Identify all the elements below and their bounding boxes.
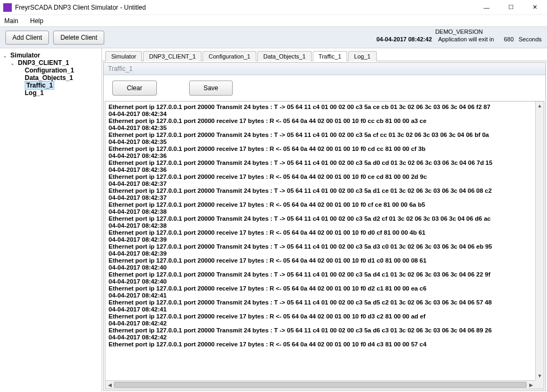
log-line: 04-04-2017 08:42:37 <box>109 180 532 187</box>
log-line: Ethernet port ip 127.0.0.1 port 20000 re… <box>109 229 532 236</box>
log-line: Ethernet port ip 127.0.0.1 port 20000 re… <box>109 313 532 320</box>
log-line: Ethernet port ip 127.0.0.1 port 20000 re… <box>109 285 532 292</box>
traffic-pane: Traffic_1 Clear Save Ethernet port ip 12… <box>103 62 546 391</box>
horizontal-scrollbar[interactable]: ◀ ▶ <box>105 380 535 389</box>
status-exit-prefix: Application will exit in <box>438 36 494 42</box>
log-line: 04-04-2017 08:42:40 <box>109 278 532 285</box>
log-text: Ethernet port ip 127.0.0.1 port 20000 Tr… <box>105 101 535 380</box>
tree-data-objects[interactable]: Data_Objects_1 <box>2 74 99 82</box>
scroll-up-icon[interactable]: ▲ <box>536 101 544 110</box>
log-line: 04-04-2017 08:42:34 <box>109 111 532 118</box>
tab-configuration[interactable]: Configuration_1 <box>203 51 256 61</box>
tree-log[interactable]: Log_1 <box>2 89 99 97</box>
log-line: Ethernet port ip 127.0.0.1 port 20000 Tr… <box>109 187 532 194</box>
tab-client[interactable]: DNP3_CLIENT_1 <box>143 51 201 61</box>
close-button[interactable]: ✕ <box>523 0 547 15</box>
log-line: Ethernet port ip 127.0.0.1 port 20000 Tr… <box>109 271 532 278</box>
tree-client[interactable]: ⌄ DNP3_CLIENT_1 <box>2 59 99 67</box>
menubar: Main Help <box>0 15 547 27</box>
status-datetime: 04-04-2017 08:42:42 <box>376 36 431 42</box>
menu-help[interactable]: Help <box>28 16 46 26</box>
chevron-down-icon[interactable]: ⌄ <box>2 53 8 59</box>
log-line: Ethernet port ip 127.0.0.1 port 20000 Tr… <box>109 104 532 111</box>
chevron-down-icon[interactable]: ⌄ <box>10 60 15 66</box>
log-line: 04-04-2017 08:42:41 <box>109 292 532 299</box>
tab-traffic[interactable]: Traffic_1 <box>313 51 347 61</box>
log-line: Ethernet port ip 127.0.0.1 port 20000 Tr… <box>109 327 532 334</box>
titlebar: FreyrSCADA DNP3 Client Simulator - Untit… <box>0 0 547 15</box>
log-line: Ethernet port ip 127.0.0.1 port 20000 Tr… <box>109 215 532 222</box>
vertical-scrollbar[interactable]: ▲ ▼ <box>535 101 544 380</box>
tab-log[interactable]: Log_1 <box>348 51 377 61</box>
log-line: 04-04-2017 08:42:35 <box>109 125 532 132</box>
log-line: Ethernet port ip 127.0.0.1 port 20000 re… <box>109 118 532 125</box>
top-toolbar: Add Client Delete Client DEMO_VERSION 04… <box>0 27 547 48</box>
log-line: 04-04-2017 08:42:42 <box>109 320 532 327</box>
pane-toolbar: Clear Save <box>104 75 545 101</box>
log-line: 04-04-2017 08:42:42 <box>109 334 532 341</box>
log-line: 04-04-2017 08:42:35 <box>109 139 532 146</box>
tree-panel: ⌄ Simulator ⌄ DNP3_CLIENT_1 Configuratio… <box>0 48 102 392</box>
log-line: Ethernet port ip 127.0.0.1 port 20000 re… <box>109 146 532 153</box>
tree-configuration[interactable]: Configuration_1 <box>2 67 99 74</box>
tree-simulator[interactable]: ⌄ Simulator <box>2 52 99 59</box>
log-line: Ethernet port ip 127.0.0.1 port 20000 re… <box>109 341 532 348</box>
tab-data-objects[interactable]: Data_Objects_1 <box>257 51 312 61</box>
log-line: 04-04-2017 08:42:39 <box>109 250 532 257</box>
log-line: Ethernet port ip 127.0.0.1 port 20000 re… <box>109 257 532 264</box>
scroll-right-icon[interactable]: ▶ <box>527 381 535 389</box>
scroll-down-icon[interactable]: ▼ <box>536 372 544 380</box>
log-line: 04-04-2017 08:42:38 <box>109 208 532 215</box>
log-line: 04-04-2017 08:42:36 <box>109 153 532 159</box>
log-line: 04-04-2017 08:42:36 <box>109 166 532 173</box>
menu-main[interactable]: Main <box>2 16 20 26</box>
scroll-corner <box>535 380 544 389</box>
log-box: Ethernet port ip 127.0.0.1 port 20000 Tr… <box>105 101 544 389</box>
log-line: Ethernet port ip 127.0.0.1 port 20000 Tr… <box>109 243 532 250</box>
demo-version-label: DEMO_VERSION <box>376 28 542 35</box>
save-button[interactable]: Save <box>189 81 233 96</box>
log-line: 04-04-2017 08:42:40 <box>109 264 532 271</box>
clear-button[interactable]: Clear <box>112 81 157 96</box>
log-line: Ethernet port ip 127.0.0.1 port 20000 Tr… <box>109 132 532 139</box>
app-icon <box>3 3 12 12</box>
log-line: 04-04-2017 08:42:41 <box>109 306 532 313</box>
window-title: FreyrSCADA DNP3 Client Simulator - Untit… <box>15 4 474 11</box>
scroll-left-icon[interactable]: ◀ <box>105 381 114 389</box>
minimize-button[interactable]: — <box>474 0 499 15</box>
log-line: 04-04-2017 08:42:38 <box>109 222 532 229</box>
tree-traffic[interactable]: Traffic_1 <box>2 82 99 89</box>
add-client-button[interactable]: Add Client <box>5 31 49 45</box>
log-line: 04-04-2017 08:42:37 <box>109 194 532 201</box>
tab-simulator[interactable]: Simulator <box>105 51 142 61</box>
log-line: Ethernet port ip 127.0.0.1 port 20000 re… <box>109 201 532 208</box>
log-line: 04-04-2017 08:42:39 <box>109 236 532 243</box>
pane-header: Traffic_1 <box>104 63 545 75</box>
tab-bar: Simulator DNP3_CLIENT_1 Configuration_1 … <box>102 48 547 61</box>
log-line: Ethernet port ip 127.0.0.1 port 20000 Tr… <box>109 159 532 166</box>
log-line: Ethernet port ip 127.0.0.1 port 20000 re… <box>109 173 532 180</box>
scroll-thumb[interactable] <box>114 382 527 388</box>
status-exit-seconds: 680 <box>504 36 514 42</box>
status-area: DEMO_VERSION 04-04-2017 08:42:42 Applica… <box>376 28 542 43</box>
status-seconds-label: Seconds <box>519 36 542 42</box>
log-line: Ethernet port ip 127.0.0.1 port 20000 Tr… <box>109 299 532 306</box>
maximize-button[interactable]: ☐ <box>499 0 523 15</box>
delete-client-button[interactable]: Delete Client <box>53 31 104 45</box>
